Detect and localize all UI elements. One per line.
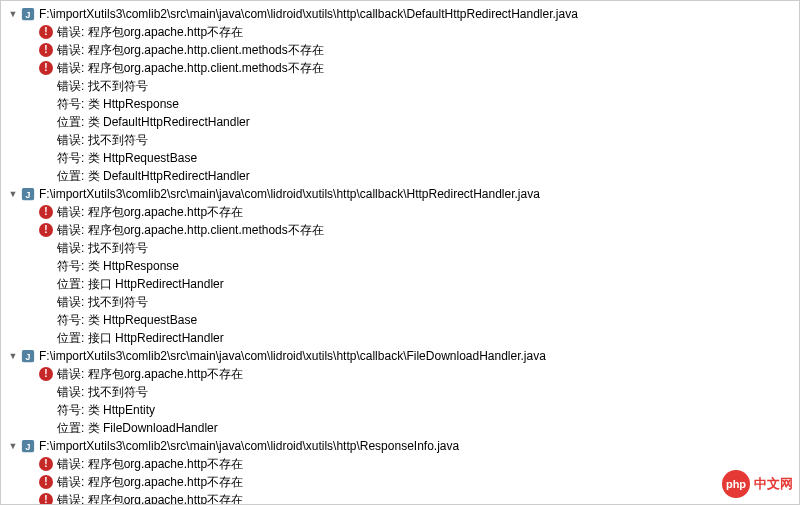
error-message[interactable]: 错误: 找不到符号 bbox=[57, 293, 148, 311]
file-path[interactable]: F:\importXutils3\comlib2\src\main\java\c… bbox=[39, 185, 540, 203]
error-message[interactable]: 位置: 类 DefaultHttpRedirectHandler bbox=[57, 167, 250, 185]
error-message[interactable]: 错误: 程序包org.apache.http不存在 bbox=[57, 473, 243, 491]
error-tree: ▼JF:\importXutils3\comlib2\src\main\java… bbox=[1, 1, 799, 505]
error-message[interactable]: 位置: 类 DefaultHttpRedirectHandler bbox=[57, 113, 250, 131]
error-message[interactable]: 位置: 类 FileDownloadHandler bbox=[57, 419, 218, 437]
collapse-icon[interactable]: ▼ bbox=[7, 350, 19, 362]
collapse-icon[interactable]: ▼ bbox=[7, 8, 19, 20]
file-path[interactable]: F:\importXutils3\comlib2\src\main\java\c… bbox=[39, 347, 546, 365]
error-message[interactable]: 错误: 找不到符号 bbox=[57, 239, 148, 257]
java-file-icon: J bbox=[21, 7, 35, 21]
error-line[interactable]: 符号: 类 HttpResponse bbox=[1, 257, 799, 275]
collapse-icon[interactable]: ▼ bbox=[7, 440, 19, 452]
file-path[interactable]: F:\importXutils3\comlib2\src\main\java\c… bbox=[39, 437, 459, 455]
error-message[interactable]: 错误: 程序包org.apache.http.client.methods不存在 bbox=[57, 221, 324, 239]
error-line[interactable]: 错误: 找不到符号 bbox=[1, 77, 799, 95]
error-icon: ! bbox=[39, 61, 53, 75]
error-icon: ! bbox=[39, 223, 53, 237]
error-line[interactable]: !错误: 程序包org.apache.http.client.methods不存… bbox=[1, 59, 799, 77]
error-line[interactable]: 位置: 接口 HttpRedirectHandler bbox=[1, 329, 799, 347]
svg-text:J: J bbox=[26, 10, 31, 20]
java-file-icon: J bbox=[21, 439, 35, 453]
error-message[interactable]: 位置: 接口 HttpRedirectHandler bbox=[57, 275, 224, 293]
badge-circle: php bbox=[722, 470, 750, 498]
error-message[interactable]: 错误: 程序包org.apache.http不存在 bbox=[57, 491, 243, 505]
svg-text:J: J bbox=[26, 352, 31, 362]
error-line[interactable]: 错误: 找不到符号 bbox=[1, 383, 799, 401]
error-message[interactable]: 符号: 类 HttpRequestBase bbox=[57, 311, 197, 329]
error-message[interactable]: 错误: 找不到符号 bbox=[57, 383, 148, 401]
error-message[interactable]: 符号: 类 HttpResponse bbox=[57, 257, 179, 275]
java-file-icon: J bbox=[21, 187, 35, 201]
error-icon: ! bbox=[39, 205, 53, 219]
error-icon: ! bbox=[39, 367, 53, 381]
collapse-icon[interactable]: ▼ bbox=[7, 188, 19, 200]
error-line[interactable]: 错误: 找不到符号 bbox=[1, 293, 799, 311]
error-message[interactable]: 位置: 接口 HttpRedirectHandler bbox=[57, 329, 224, 347]
error-line[interactable]: 位置: 类 FileDownloadHandler bbox=[1, 419, 799, 437]
file-path[interactable]: F:\importXutils3\comlib2\src\main\java\c… bbox=[39, 5, 578, 23]
error-line[interactable]: !错误: 程序包org.apache.http不存在 bbox=[1, 473, 799, 491]
file-node[interactable]: ▼JF:\importXutils3\comlib2\src\main\java… bbox=[1, 347, 799, 365]
error-message[interactable]: 错误: 程序包org.apache.http不存在 bbox=[57, 455, 243, 473]
error-line[interactable]: !错误: 程序包org.apache.http不存在 bbox=[1, 203, 799, 221]
error-message[interactable]: 符号: 类 HttpResponse bbox=[57, 95, 179, 113]
error-icon: ! bbox=[39, 25, 53, 39]
error-icon: ! bbox=[39, 475, 53, 489]
error-line[interactable]: 符号: 类 HttpRequestBase bbox=[1, 311, 799, 329]
error-message[interactable]: 错误: 程序包org.apache.http.client.methods不存在 bbox=[57, 59, 324, 77]
error-message[interactable]: 符号: 类 HttpRequestBase bbox=[57, 149, 197, 167]
error-line[interactable]: 位置: 类 DefaultHttpRedirectHandler bbox=[1, 167, 799, 185]
error-message[interactable]: 错误: 找不到符号 bbox=[57, 131, 148, 149]
error-line[interactable]: 符号: 类 HttpRequestBase bbox=[1, 149, 799, 167]
java-file-icon: J bbox=[21, 349, 35, 363]
error-line[interactable]: !错误: 程序包org.apache.http不存在 bbox=[1, 23, 799, 41]
error-message[interactable]: 错误: 程序包org.apache.http不存在 bbox=[57, 365, 243, 383]
error-message[interactable]: 符号: 类 HttpEntity bbox=[57, 401, 155, 419]
error-message[interactable]: 错误: 程序包org.apache.http.client.methods不存在 bbox=[57, 41, 324, 59]
svg-text:J: J bbox=[26, 190, 31, 200]
error-message[interactable]: 错误: 找不到符号 bbox=[57, 77, 148, 95]
error-line[interactable]: !错误: 程序包org.apache.http.client.methods不存… bbox=[1, 221, 799, 239]
file-node[interactable]: ▼JF:\importXutils3\comlib2\src\main\java… bbox=[1, 5, 799, 23]
error-icon: ! bbox=[39, 43, 53, 57]
file-node[interactable]: ▼JF:\importXutils3\comlib2\src\main\java… bbox=[1, 185, 799, 203]
error-line[interactable]: 符号: 类 HttpEntity bbox=[1, 401, 799, 419]
error-message[interactable]: 错误: 程序包org.apache.http不存在 bbox=[57, 203, 243, 221]
error-line[interactable]: !错误: 程序包org.apache.http不存在 bbox=[1, 455, 799, 473]
error-line[interactable]: !错误: 程序包org.apache.http不存在 bbox=[1, 491, 799, 505]
error-line[interactable]: 错误: 找不到符号 bbox=[1, 239, 799, 257]
error-line[interactable]: 符号: 类 HttpResponse bbox=[1, 95, 799, 113]
error-message[interactable]: 错误: 程序包org.apache.http不存在 bbox=[57, 23, 243, 41]
error-line[interactable]: 位置: 类 DefaultHttpRedirectHandler bbox=[1, 113, 799, 131]
error-icon: ! bbox=[39, 493, 53, 505]
error-line[interactable]: !错误: 程序包org.apache.http不存在 bbox=[1, 365, 799, 383]
error-line[interactable]: 位置: 接口 HttpRedirectHandler bbox=[1, 275, 799, 293]
watermark-badge: php 中文网 bbox=[722, 470, 793, 498]
file-node[interactable]: ▼JF:\importXutils3\comlib2\src\main\java… bbox=[1, 437, 799, 455]
error-line[interactable]: 错误: 找不到符号 bbox=[1, 131, 799, 149]
error-icon: ! bbox=[39, 457, 53, 471]
badge-text: 中文网 bbox=[754, 475, 793, 493]
svg-text:J: J bbox=[26, 442, 31, 452]
error-line[interactable]: !错误: 程序包org.apache.http.client.methods不存… bbox=[1, 41, 799, 59]
